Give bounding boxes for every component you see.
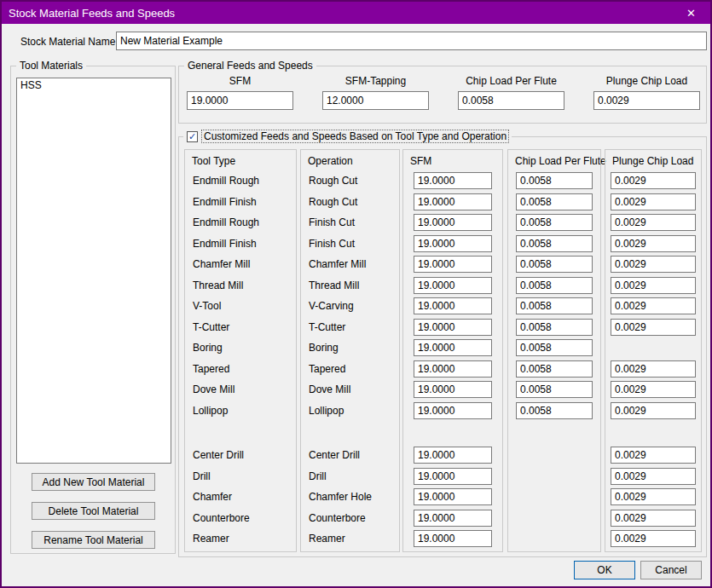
general-chip-load-input[interactable] [458,91,564,110]
chip-load-input[interactable] [516,402,593,419]
column-chip-load-header: Chip Load Per Flute [515,155,606,167]
chip-load-input[interactable] [516,214,593,231]
chip-load-input[interactable] [516,297,593,314]
ok-button[interactable]: OK [574,561,635,579]
row-sfm-cell [403,359,502,380]
delete-tool-material-button[interactable]: Delete Tool Material [32,502,155,520]
column-tool-type: Tool Type Endmill RoughEndmill FinishEnd… [184,149,297,552]
plunge-input[interactable] [611,360,696,378]
column-chip-load: Chip Load Per Flute [507,149,601,552]
chip-load-input[interactable] [516,256,593,273]
chip-load-input[interactable] [516,172,593,189]
plunge-input[interactable] [611,214,696,231]
sfm-input[interactable] [414,193,492,210]
chip-load-input[interactable] [516,319,593,336]
plunge-input[interactable] [611,468,696,485]
general-sfm-input[interactable] [187,91,293,110]
row-plunge-cell [605,401,701,422]
plunge-input[interactable] [611,277,696,294]
column-plunge: Plunge Chip Load [605,149,702,552]
row-sfm-cell [403,337,502,359]
sfm-input[interactable] [414,468,492,485]
general-field-sfm: SFM [187,75,293,110]
row-tool-type-label: Drill [185,466,296,487]
close-button[interactable]: ✕ [672,2,710,24]
general-plunge-chip-load-input[interactable] [593,91,700,110]
add-tool-material-button[interactable]: Add New Tool Material [32,473,155,491]
sfm-input[interactable] [414,381,492,398]
stock-material-dialog: Stock Material Feeds and Speeds ✕ Stock … [0,0,712,588]
tool-materials-list[interactable]: HSS [16,78,171,464]
customized-checkbox-label[interactable]: Customized Feeds and Speeds Based on Too… [202,130,508,142]
sfm-input[interactable] [414,256,492,273]
sfm-input[interactable] [414,488,492,505]
sfm-input[interactable] [414,172,492,189]
plunge-input[interactable] [611,381,696,398]
row-chip-load-cell [508,170,600,192]
row-plunge-cell [605,487,701,508]
plunge-input[interactable] [611,488,696,505]
sfm-input[interactable] [414,277,492,294]
row-operation-label: Chamfer Hole [301,487,399,508]
row-sfm-cell [403,192,502,213]
tool-materials-group: Tool Materials HSS Add New Tool Material… [10,66,176,554]
row-tool-type-label: Tapered [185,359,296,380]
plunge-input[interactable] [611,402,696,419]
sfm-input[interactable] [414,402,492,419]
plunge-input[interactable] [611,235,696,252]
row-plunge-cell [605,359,701,380]
chip-load-input[interactable] [516,277,593,294]
sfm-input[interactable] [414,235,492,252]
customized-checkbox[interactable]: ✓ [187,131,198,142]
sfm-input[interactable] [414,530,492,547]
chip-load-input[interactable] [516,381,593,398]
plunge-input[interactable] [611,256,696,273]
chip-load-input[interactable] [516,235,593,252]
plunge-input[interactable] [611,530,696,547]
row-operation-label: Rough Cut [301,192,399,213]
rename-tool-material-button[interactable]: Rename Tool Material [32,531,155,549]
chip-load-input[interactable] [516,339,593,356]
cancel-button[interactable]: Cancel [640,561,702,579]
sfm-input[interactable] [414,510,492,527]
row-plunge-cell [605,528,701,550]
column-plunge-header: Plunge Chip Load [612,155,693,167]
stock-material-name-input[interactable] [116,32,707,50]
row-operation-label: Center Drill [301,445,399,466]
sfm-input[interactable] [414,297,492,314]
row-chip-load-cell [508,212,600,233]
list-item-hss[interactable]: HSS [17,78,171,92]
column-operation: Operation Rough CutRough CutFinish CutFi… [300,149,400,552]
row-plunge-cell [605,508,701,529]
tool-type-rows: Endmill RoughEndmill FinishEndmill Rough… [185,170,296,550]
row-sfm-cell [403,212,502,233]
sfm-input[interactable] [414,447,492,464]
row-plunge-cell [605,296,701,317]
plunge-input[interactable] [611,193,696,210]
row-tool-type-label: Counterbore [185,508,296,529]
plunge-input[interactable] [611,447,696,464]
row-plunge-cell [605,337,701,359]
sfm-input[interactable] [414,319,492,336]
row-chip-load-cell [508,192,600,213]
sfm-input[interactable] [414,360,492,378]
general-sfm-tapping-input[interactable] [322,91,429,110]
plunge-input[interactable] [611,297,696,314]
row-tool-type-label: Endmill Rough [185,212,296,233]
row-chip-load-cell [508,401,600,422]
plunge-input[interactable] [611,172,696,189]
chip-load-input[interactable] [516,193,593,210]
sfm-input[interactable] [414,214,492,231]
window-title: Stock Material Feeds and Speeds [2,7,175,20]
chip-load-input[interactable] [516,360,593,378]
plunge-input[interactable] [611,319,696,336]
row-operation-label: Tapered [301,359,399,380]
column-operation-header: Operation [308,155,353,167]
row-sfm-cell [403,466,502,487]
row-plunge-cell [605,233,701,255]
row-tool-type-label: Lollipop [185,401,296,422]
sfm-input[interactable] [414,339,492,356]
checkmark-icon: ✓ [188,132,196,141]
row-chip-load-cell [508,508,600,529]
plunge-input[interactable] [611,510,696,527]
